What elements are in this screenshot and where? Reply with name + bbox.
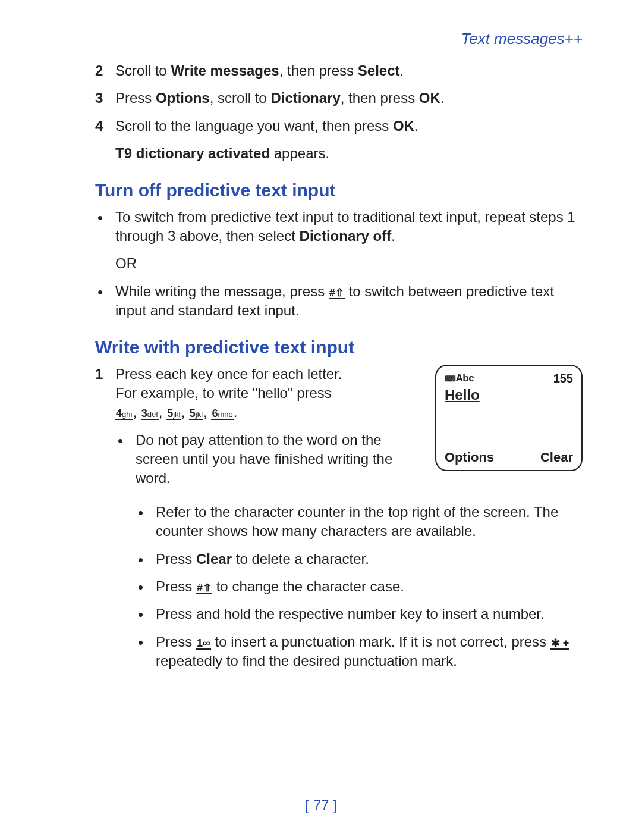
step-number: 3 xyxy=(95,89,115,108)
step-text: Press each key once for each letter. For… xyxy=(115,365,342,422)
bullet-switch-key: While writing the message, press #⇧ to s… xyxy=(95,282,583,321)
input-mode-indicator: ⌨Abc xyxy=(445,372,474,384)
page-number: [ 77 ] xyxy=(0,797,642,814)
one-key-icon: 1∞ xyxy=(196,638,211,650)
phone-screen-illustration: ⌨Abc 155 Hello Options Clear xyxy=(435,365,583,471)
step-text: Scroll to the language you want, then pr… xyxy=(115,117,418,136)
step-3: 3 Press Options, scroll to Dictionary, t… xyxy=(95,89,583,108)
section-turn-off-title: Turn off predictive text input xyxy=(95,180,583,200)
step-number: 1 xyxy=(95,365,115,384)
step-4: 4 Scroll to the language you want, then … xyxy=(95,117,583,136)
step-2: 2 Scroll to Write messages, then press S… xyxy=(95,61,583,80)
bullet-switch-off: To switch from predictive text input to … xyxy=(95,208,583,274)
sub-punctuation: Press 1∞ to insert a punctuation mark. I… xyxy=(136,632,583,671)
sub-counter: Refer to the character counter in the to… xyxy=(136,503,583,541)
key-4-icon: 4ghi xyxy=(115,408,133,420)
hash-key-icon: #⇧ xyxy=(329,287,345,299)
section-write-title: Write with predictive text input xyxy=(95,337,583,358)
step-number: 2 xyxy=(95,61,115,80)
sub-hold-number: Press and hold the respective number key… xyxy=(136,604,583,623)
turn-off-bullets: To switch from predictive text input to … xyxy=(95,208,583,321)
write-step-1: 1 Press each key once for each letter. F… xyxy=(95,365,423,422)
key-3-icon: 3def xyxy=(141,408,159,420)
numbered-steps: 2 Scroll to Write messages, then press S… xyxy=(95,61,583,136)
key-6-icon: 6mno xyxy=(211,408,233,420)
page-header: Text messages++ xyxy=(95,30,583,48)
write-subbullets-rest: Refer to the character counter in the to… xyxy=(136,503,583,671)
sub-case: Press #⇧ to change the character case. xyxy=(136,577,583,596)
sub-do-not-pay: Do not pay attention to the word on the … xyxy=(115,431,423,488)
hash-key-icon: #⇧ xyxy=(196,582,212,594)
step-text: Press Options, scroll to Dictionary, the… xyxy=(115,89,445,108)
write-subbullets-top: Do not pay attention to the word on the … xyxy=(115,431,423,488)
step-4-result: T9 dictionary activated appears. xyxy=(115,144,583,163)
pencil-icon: ⌨ xyxy=(445,376,456,381)
sub-clear: Press Clear to delete a character. xyxy=(136,550,583,569)
step-text: Scroll to Write messages, then press Sel… xyxy=(115,61,404,80)
softkey-left: Options xyxy=(445,450,494,465)
softkey-right: Clear xyxy=(540,450,573,465)
key-5b-icon: 5jkl xyxy=(189,408,203,420)
char-counter: 155 xyxy=(553,372,573,385)
typed-word: Hello xyxy=(445,387,573,403)
write-steps: 1 Press each key once for each letter. F… xyxy=(95,365,423,422)
key-5-icon: 5jkl xyxy=(166,408,181,420)
step-number: 4 xyxy=(95,117,115,136)
or-text: OR xyxy=(115,254,583,273)
star-key-icon: ✱ + xyxy=(550,638,570,650)
